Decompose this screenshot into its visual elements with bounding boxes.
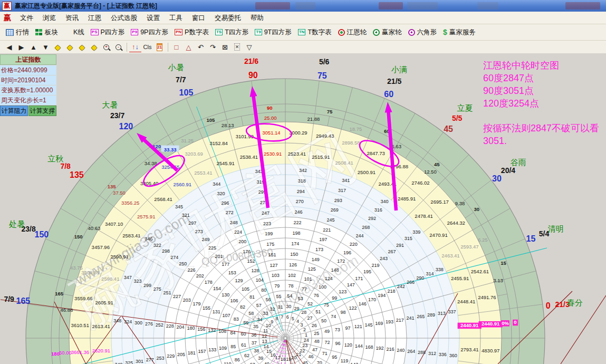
toolbar-button-江恩轮[interactable]: 江恩轮 <box>335 27 370 38</box>
menu-logo-icon: 赢 <box>4 13 11 23</box>
menu-item-0[interactable]: 文件 <box>15 13 38 23</box>
toolbar-button-赢家服务[interactable]: $赢家服务 <box>440 27 479 38</box>
svg-text:223: 223 <box>263 221 271 226</box>
toolbar-button-T四方形[interactable]: TST四方形 <box>212 27 252 38</box>
cls-button[interactable]: Cls <box>141 42 153 52</box>
rect-tool-icon[interactable]: □ <box>170 42 182 52</box>
svg-text:228: 228 <box>166 323 174 329</box>
svg-text:176: 176 <box>243 249 251 254</box>
svg-text:130: 130 <box>222 292 229 298</box>
up-arrow-icon[interactable]: ▲ <box>27 42 40 52</box>
calendar-21-icon[interactable]: 21 <box>153 42 166 52</box>
svg-text:247: 247 <box>262 210 270 216</box>
zoom-out-icon[interactable]: - <box>112 42 124 52</box>
toolbar-button-9P四方形[interactable]: P99P四方形 <box>128 27 171 38</box>
toolbar-button-六角形[interactable]: 六角形 <box>405 27 440 38</box>
svg-text:346: 346 <box>145 236 153 242</box>
svg-text:3559.66: 3559.66 <box>74 295 92 301</box>
toolbar-button-赢家轮[interactable]: 赢家轮 <box>370 27 405 38</box>
toolbar-label: K线 <box>73 28 84 37</box>
menu-item-1[interactable]: 浏览 <box>38 13 61 23</box>
svg-text:317: 317 <box>338 188 346 193</box>
menu-item-3[interactable]: 江恩 <box>83 13 106 23</box>
svg-text:109: 109 <box>219 346 227 351</box>
tn-badge-icon: TN <box>298 29 306 35</box>
svg-text:2478.41: 2478.41 <box>415 213 432 219</box>
svg-text:344: 344 <box>213 181 220 187</box>
svg-text:225: 225 <box>208 245 216 251</box>
toolbar-button-P四方形[interactable]: PSP四方形 <box>88 27 128 38</box>
triangle-tool-icon[interactable]: △ <box>182 42 195 52</box>
boxed-x-icon[interactable]: ⊠ <box>219 42 231 52</box>
svg-text:3.13: 3.13 <box>493 277 503 283</box>
svg-text:195: 195 <box>363 269 371 274</box>
button-计算支撑[interactable]: 计算支撑 <box>28 106 56 116</box>
menu-item-9[interactable]: 帮助 <box>246 13 268 23</box>
svg-text:315: 315 <box>405 236 412 241</box>
menu-item-2[interactable]: 资讯 <box>61 13 83 23</box>
svg-text:2553.41: 2553.41 <box>194 170 212 176</box>
rotate-cw-icon[interactable]: ↷ <box>207 42 219 52</box>
next-arrow-icon[interactable]: ▶ <box>15 42 27 52</box>
toolbar-button-板块[interactable]: 板块 <box>32 27 61 38</box>
svg-text:339: 339 <box>412 229 420 235</box>
toolbar-button-T数字表[interactable]: TNT数字表 <box>295 27 335 38</box>
svg-text:267: 267 <box>388 249 396 254</box>
diamond-right-icon[interactable]: ◆ <box>64 42 76 52</box>
diamond-up-icon[interactable]: ◆ <box>76 42 88 52</box>
diamond-down-icon[interactable]: ◆ <box>88 42 100 52</box>
funnel-tool-icon[interactable]: ▽ <box>243 42 255 52</box>
zoom-in-icon[interactable]: + <box>100 42 112 52</box>
window-title: 赢家江恩专业版[赢家服务平台] - [上证指数 江恩轮] <box>15 2 157 11</box>
svg-text:46.88: 46.88 <box>61 307 73 313</box>
svg-text:126: 126 <box>289 262 297 267</box>
shrink-tool-icon[interactable]: ✕ <box>231 42 243 52</box>
toolbar-button-K线[interactable]: K线 <box>61 27 88 38</box>
svg-text:2949.43: 2949.43 <box>316 133 334 139</box>
menu-item-5[interactable]: 设置 <box>142 13 165 23</box>
svg-text:274: 274 <box>170 255 178 260</box>
diamond-left-icon[interactable]: ◆ <box>52 42 64 52</box>
info-row-1[interactable]: 时间=20190104 <box>0 75 56 85</box>
toolbar-label: 赢家服务 <box>449 28 476 37</box>
svg-text:240: 240 <box>397 348 405 353</box>
svg-text:2593.47: 2593.47 <box>460 244 478 250</box>
svg-text:2793.41: 2793.41 <box>460 347 478 352</box>
svg-text:处暑: 处暑 <box>9 219 25 228</box>
svg-text:17: 17 <box>275 355 281 360</box>
titlebar-artifact <box>379 2 403 9</box>
svg-text:8: 8 <box>275 316 278 321</box>
svg-text:157: 157 <box>198 349 206 354</box>
svg-text:32: 32 <box>270 306 275 312</box>
button-计算阻力[interactable]: 计算阻力 <box>0 106 28 116</box>
svg-text:180: 180 <box>187 325 195 331</box>
menu-item-7[interactable]: 窗口 <box>187 13 210 23</box>
info-row-3[interactable]: 周天变化步长=1 <box>0 95 56 105</box>
time-axis-icon[interactable]: ↑↓ <box>129 42 141 52</box>
rotate-ccw-icon[interactable]: ↶ <box>195 42 207 52</box>
info-row-2[interactable]: 变换系数=1.00000 <box>0 85 56 95</box>
svg-text:3610.51: 3610.51 <box>71 322 89 328</box>
svg-text:2583.41: 2583.41 <box>122 233 140 238</box>
svg-text:294: 294 <box>297 189 305 194</box>
ts-badge-icon: TS <box>215 29 223 35</box>
svg-text:224: 224 <box>234 229 242 235</box>
svg-text:22: 22 <box>300 348 305 353</box>
svg-text:39: 39 <box>258 356 263 361</box>
toolbar-button-P数字表[interactable]: PNP数字表 <box>171 27 212 38</box>
menu-item-8[interactable]: 交易委托 <box>210 13 246 23</box>
toolbar-button-行情[interactable]: 行情 <box>3 27 32 38</box>
prev-arrow-icon[interactable]: ◀ <box>3 42 15 52</box>
down-arrow-icon[interactable]: ▼ <box>40 42 52 52</box>
menu-item-6[interactable]: 工具 <box>165 13 187 23</box>
svg-text:20/4: 20/4 <box>501 166 515 175</box>
svg-text:272: 272 <box>226 210 234 215</box>
titlebar-artifact <box>255 2 290 9</box>
info-row-0[interactable]: 价格=2440.9099 <box>0 65 56 75</box>
svg-text:25.00: 25.00 <box>264 115 277 121</box>
svg-text:226: 226 <box>188 267 196 273</box>
svg-text:323: 323 <box>133 279 141 284</box>
menu-item-4[interactable]: 公式选股 <box>106 13 142 23</box>
toolbar-label: 赢家轮 <box>382 28 402 37</box>
toolbar-button-9T四方形[interactable]: T99T四方形 <box>252 27 294 38</box>
